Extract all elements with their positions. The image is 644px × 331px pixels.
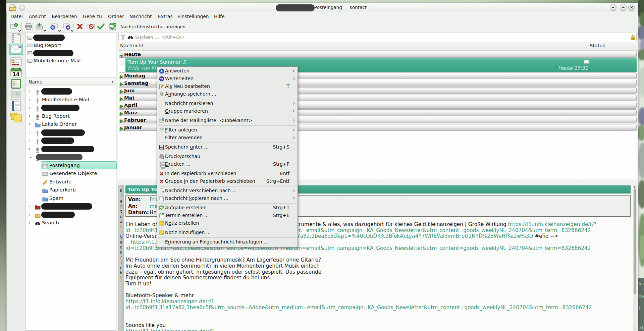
folder-row[interactable]: › [26, 203, 116, 211]
menu-item-nachricht-markieren[interactable]: Nachricht markieren› [157, 100, 298, 108]
menu-item-in-den-papierkorb-verschieben[interactable]: In den Papierkorb verschiebenEntf [157, 170, 298, 178]
body-link[interactable]: id=tc20b9f3,31a17a82,1bea6c5f&utm_source… [125, 305, 592, 311]
folder-row[interactable]: › [26, 211, 116, 219]
toolbar-toggle-message-structure[interactable]: Nachrichtenstruktur anzeigen [120, 24, 185, 29]
expander-closed-icon[interactable]: › [29, 97, 32, 101]
menu-item-anhänge-speichern[interactable]: Anhänge speichern ... [157, 91, 298, 98]
body-link[interactable]: m=email&utm_campaign=KA_Goods_Newsletter… [297, 245, 591, 251]
body-link[interactable]: m=email&utm_campaign=KA_Goods_Newsletter… [297, 227, 591, 233]
menubar-item-nachricht[interactable]: Nachricht [129, 14, 152, 19]
maximize-button[interactable] [620, 4, 627, 11]
menubar-item-ordner[interactable]: Ordner [108, 14, 124, 19]
favorite-folder-row[interactable]: Bug Report [26, 42, 116, 49]
titlebar[interactable]: Posteingang — Kontact [6, 3, 638, 12]
menu-item-speichern-unter[interactable]: Speichern unter ...Strg+S [157, 144, 298, 151]
body-link[interactable]: https://t1.info.kleinanzeigen.de/r/? [508, 221, 596, 227]
expander-closed-icon[interactable]: › [29, 89, 32, 93]
body-link[interactable]: https://t1.info.kleinanzeigen.de/r/? [125, 298, 214, 305]
expander-closed-icon[interactable]: › [29, 212, 32, 216]
close-button[interactable] [628, 4, 635, 11]
folder-list-header[interactable]: Name ▾ [25, 78, 116, 86]
folder-row[interactable]: › [26, 88, 116, 96]
window-menu-button[interactable] [19, 5, 25, 10]
menu-item-druckvorschau[interactable]: Druckvorschau [157, 153, 298, 161]
sidebar-app-journal[interactable] [9, 90, 23, 101]
sidebar-app-popup-notes[interactable] [9, 112, 23, 123]
toolbar-mail-spam-icon[interactable] [86, 22, 96, 32]
body-link[interactable]: id=tc20b9f3 [125, 227, 157, 233]
expander-closed-icon[interactable]: › [29, 220, 32, 224]
toolbar-mail-new-icon[interactable] [9, 22, 19, 32]
menubar-item-extras[interactable]: Extras [158, 14, 173, 19]
body-link[interactable]: id=tc20b9f3, [125, 245, 159, 251]
menu-item-erinnerung-an-folgenachricht-hinzufügen[interactable]: Erinnerung an Folgenachricht hinzufügen … [157, 238, 298, 246]
preview-scrollbar[interactable]: ▲ [633, 185, 637, 331]
menu-item-gruppe-in-den-papierkorb-verschieben[interactable]: Gruppe in den Papierkorb verschiebenStrg… [157, 178, 298, 185]
sidebar-app-mail[interactable] [9, 44, 23, 55]
folder-row[interactable]: ⌄ [26, 153, 116, 161]
toolbar-check-icon[interactable] [96, 22, 106, 32]
expander-closed-icon[interactable]: › [29, 105, 32, 109]
toolbar-mail-get-icon[interactable] [34, 22, 44, 32]
lock-icon[interactable] [631, 35, 635, 40]
header-value[interactable]: He [150, 210, 157, 216]
menubar-item-datei[interactable]: Datei [10, 14, 23, 19]
body-link[interactable]: https://t1.info.kleinanzeigen.de/r/? [125, 328, 214, 331]
folder-row-gesendete-objekte[interactable]: Gesendete Objekte [26, 170, 116, 178]
column-status[interactable]: Status [590, 43, 605, 48]
menubar-item-ansicht[interactable]: Ansicht [29, 14, 46, 19]
menu-item-nachricht-verschieben-nach[interactable]: Nachricht verschieben nach ...› [157, 187, 298, 195]
menu-item-termin-erstellen[interactable]: Termin erstellen ...Strg+E [157, 212, 298, 220]
message-list-column-header[interactable]: Nachricht Status [118, 42, 637, 51]
toolbar-delete-icon[interactable] [75, 22, 85, 32]
menu-item-aufgabe-erstellen[interactable]: Aufgabe erstellenStrg+T [157, 204, 298, 212]
folder-row[interactable]: › [26, 137, 116, 145]
folder-row-bug-report[interactable]: ›Bug Report [26, 112, 116, 120]
menu-item-als-neu-bearbeiten[interactable]: Als Neu bearbeitenT [157, 83, 298, 91]
expander-closed-icon[interactable]: › [29, 204, 32, 208]
dropdown-chevron-icon[interactable] [58, 27, 61, 33]
expander-open-icon[interactable]: ⌄ [29, 154, 32, 158]
expander-closed-icon[interactable]: › [29, 146, 32, 150]
menubar-item-einstellungen[interactable]: Einstellungen [177, 14, 209, 19]
sidebar-app-summary[interactable] [9, 33, 23, 44]
favorite-folder-row[interactable] [26, 34, 116, 42]
menubar-item-bearbeiten[interactable]: Bearbeiten [52, 14, 77, 19]
minimize-button[interactable] [610, 4, 616, 11]
toolbar-mail-reply-icon[interactable] [49, 22, 59, 32]
expander-closed-icon[interactable]: › [29, 113, 32, 117]
favorite-folder-row[interactable] [26, 50, 116, 57]
menubar-item-gehe-zu[interactable]: Gehe zu [83, 14, 102, 19]
folder-row[interactable]: › [26, 145, 116, 153]
menu-item-drucken[interactable]: Drucken ...Strg+P [157, 161, 298, 168]
scrollbar-thumb[interactable] [634, 189, 636, 294]
folder-row-entwürfe[interactable]: Entwürfe [26, 178, 116, 186]
menu-item-notiz-hinzufügen[interactable]: Notiz hinzufügen ... [157, 229, 298, 237]
menu-item-filter-anlegen[interactable]: Filter anlegen› [157, 126, 298, 134]
search-bar[interactable]: Suchen ... <Alt+Q> [118, 33, 637, 41]
menu-item-filter-anwenden[interactable]: Filter anwenden› [157, 134, 298, 142]
scroll-up-icon[interactable]: ▲ [634, 185, 636, 188]
menu-item-gruppe-markieren[interactable]: Gruppe markieren› [157, 108, 298, 115]
message-group-heute[interactable]: Heute [119, 51, 637, 58]
folder-row-search[interactable]: ›Search [26, 219, 116, 227]
folder-row-spam[interactable]: Spam [26, 195, 116, 203]
folder-row[interactable]: › [26, 129, 116, 137]
folder-row[interactable]: › [26, 104, 116, 112]
menu-item-antworten[interactable]: Antworten› [157, 67, 298, 75]
menu-item-nachricht-kopieren-nach[interactable]: Nachricht kopieren nach ...› [157, 195, 298, 203]
toolbar-mail-forward-icon[interactable] [62, 22, 72, 32]
expander-closed-icon[interactable]: › [29, 138, 32, 142]
folder-row-mobiltelefon-e-mail[interactable]: ›Mobiltelefon e-Mail [26, 96, 116, 104]
menu-item-notiz-erstellen[interactable]: Notiz erstellen [157, 220, 298, 227]
column-nachricht[interactable]: Nachricht [120, 43, 144, 48]
toolbar-print-icon[interactable] [23, 22, 34, 32]
expander-closed-icon[interactable]: › [29, 121, 32, 125]
folder-row-lokale-ordner[interactable]: ›Lokale Ordner [26, 120, 116, 128]
sidebar-app-calendar[interactable]: 14 [9, 67, 23, 78]
menubar-item-hilfe[interactable]: Hilfe [214, 14, 224, 19]
folder-row-posteingang[interactable]: Posteingang [26, 162, 116, 170]
menu-item-weiterleiten[interactable]: Weiterleiten› [157, 75, 298, 83]
folder-row-papierkorb[interactable]: Papierkorb [26, 186, 116, 194]
dropdown-chevron-icon[interactable] [43, 27, 46, 33]
